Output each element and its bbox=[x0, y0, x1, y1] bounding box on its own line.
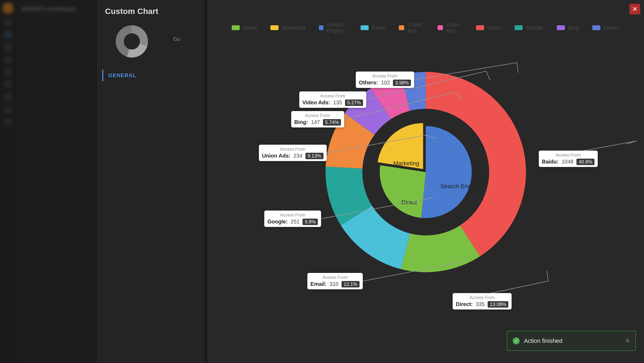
workspace-panel: Waldorf's workspace bbox=[16, 0, 97, 363]
legend-label: Video Ads bbox=[446, 22, 463, 34]
callout-google: Access From Google: 251 9.8% bbox=[264, 211, 321, 227]
legend-item[interactable]: Bing bbox=[557, 25, 579, 31]
legend-swatch bbox=[231, 25, 240, 30]
legend-label: Others bbox=[604, 25, 620, 31]
nav-icon bbox=[4, 118, 12, 125]
chart-config-panel: Custom Chart Go GENERAL bbox=[97, 0, 205, 363]
legend-label: Direct bbox=[243, 25, 257, 31]
go-label: Go bbox=[173, 36, 180, 42]
toast-message: Action finished bbox=[524, 337, 562, 344]
legend-label: Google bbox=[526, 25, 543, 31]
close-icon: ✕ bbox=[632, 5, 638, 13]
legend-item[interactable]: Video Ads bbox=[438, 22, 463, 34]
inner-label-direct: Direct bbox=[402, 199, 417, 206]
legend-item[interactable]: Baidu bbox=[476, 25, 501, 31]
panel-tabs: GENERAL bbox=[97, 66, 205, 85]
legend-label: Email bbox=[372, 25, 385, 31]
nav-icon bbox=[4, 68, 12, 76]
workspace-name: Waldorf's workspace bbox=[16, 0, 97, 18]
legend-swatch bbox=[476, 25, 484, 30]
callout-sub: Access From bbox=[262, 147, 323, 152]
nav-icon bbox=[4, 56, 12, 63]
tab-general[interactable]: GENERAL bbox=[102, 70, 199, 81]
legend-label: Bing bbox=[568, 25, 579, 31]
nav-icon bbox=[4, 19, 12, 26]
callout-others: Access From Others: 102 3.98% bbox=[356, 72, 414, 88]
pie-slice[interactable] bbox=[421, 126, 472, 218]
callout-union: Access From Union Ads: 234 9.13% bbox=[259, 145, 327, 161]
legend-label: Search Engine bbox=[327, 22, 347, 34]
callout-sub: Access From bbox=[456, 295, 509, 300]
legend-item[interactable]: Others bbox=[592, 25, 620, 31]
callout-sub: Access From bbox=[359, 74, 411, 79]
legend-label: Baidu bbox=[487, 25, 501, 31]
legend-swatch bbox=[592, 25, 600, 30]
callout-direct: Access From Direct: 335 13.08% bbox=[453, 293, 512, 309]
callout-sub: Access From bbox=[268, 213, 318, 218]
chart-legend: DirectMarketingSearch EngineEmailUnion A… bbox=[231, 22, 620, 34]
mini-pie-icon bbox=[116, 25, 148, 58]
callout-sub: Access From bbox=[302, 94, 363, 98]
legend-label: Union Ads bbox=[407, 22, 424, 34]
legend-swatch bbox=[399, 25, 404, 30]
callout-video: Access From Video Ads: 135 5.27% bbox=[299, 91, 367, 108]
legend-swatch bbox=[361, 25, 369, 30]
legend-swatch bbox=[515, 25, 523, 30]
nav-icon bbox=[4, 93, 12, 101]
chart-overlay: ✕ DirectMarketingSearch EngineEmailUnion… bbox=[207, 0, 644, 363]
legend-item[interactable]: Google bbox=[515, 25, 543, 31]
inner-label-search: Search Engine bbox=[441, 183, 479, 190]
check-icon: ✓ bbox=[513, 337, 520, 344]
legend-swatch bbox=[270, 25, 279, 30]
nav-icon bbox=[4, 31, 12, 39]
callout-sub: Access From bbox=[542, 153, 595, 158]
legend-swatch bbox=[557, 25, 565, 30]
legend-item[interactable]: Email bbox=[361, 25, 385, 31]
inner-label-marketing: Marketing bbox=[393, 160, 420, 167]
app-left-rail bbox=[0, 0, 16, 363]
pie-slice[interactable] bbox=[380, 165, 426, 218]
nav-icon bbox=[4, 81, 12, 88]
callout-sub: Access From bbox=[311, 275, 360, 280]
callout-email: Access From Email: 310 12.1% bbox=[307, 273, 363, 289]
toast-notification: ✓ Action finished ✕ bbox=[507, 331, 636, 351]
callout-baidu: Access From Baidu: 1048 40.9% bbox=[539, 151, 598, 167]
legend-swatch bbox=[319, 25, 323, 30]
legend-item[interactable]: Search Engine bbox=[319, 22, 347, 34]
legend-item[interactable]: Marketing bbox=[270, 25, 305, 31]
legend-swatch bbox=[438, 25, 443, 30]
legend-item[interactable]: Direct bbox=[231, 25, 257, 31]
legend-item[interactable]: Union Ads bbox=[399, 22, 424, 34]
nav-icon bbox=[4, 44, 12, 51]
toast-close-icon[interactable]: ✕ bbox=[625, 337, 630, 344]
callout-sub: Access From bbox=[294, 113, 341, 118]
nav-icon bbox=[4, 105, 12, 113]
panel-title: Custom Chart bbox=[97, 0, 205, 23]
close-button[interactable]: ✕ bbox=[629, 4, 640, 15]
user-avatar bbox=[2, 3, 14, 14]
callout-bing: Access From Bing: 147 5.74% bbox=[291, 111, 344, 127]
chart-preview: Go bbox=[97, 23, 205, 66]
legend-label: Marketing bbox=[282, 25, 305, 31]
